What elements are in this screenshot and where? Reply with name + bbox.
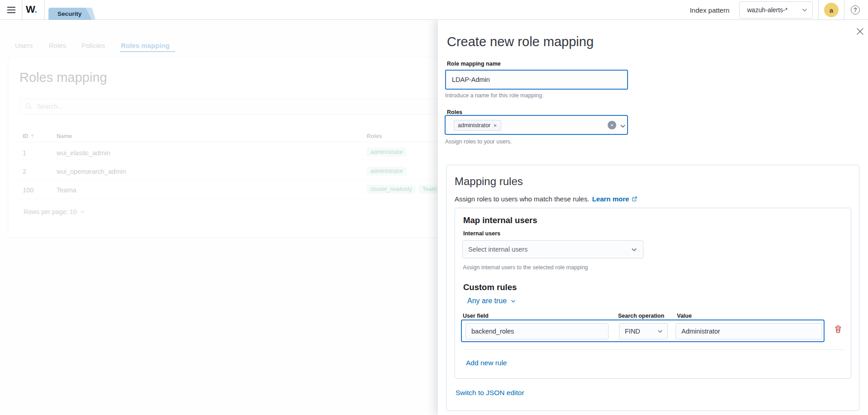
topbar-divider (44, 0, 45, 19)
rules-editor-panel: Map internal users Internal users Select… (455, 208, 851, 379)
learn-more-link[interactable]: Learn more (592, 195, 629, 203)
role-mapping-name-label: Role mapping name (447, 61, 501, 67)
role-mapping-name-input[interactable] (445, 70, 628, 90)
index-pattern-select[interactable]: wazuh-alerts-* (739, 1, 813, 19)
user-avatar[interactable]: a (824, 3, 839, 17)
mapping-rules-description: Assign roles to users who match these ru… (455, 195, 590, 203)
internal-users-label: Internal users (463, 230, 500, 237)
chevron-down-icon (801, 7, 808, 13)
search-operation-select[interactable]: FIND (619, 323, 668, 339)
topbar-divider (844, 0, 844, 19)
map-internal-users-title: Map internal users (463, 215, 537, 225)
topbar-divider (818, 0, 819, 19)
remove-role-icon[interactable]: ✕ (493, 123, 497, 128)
selected-role-chip[interactable]: administrator ✕ (454, 120, 501, 131)
rule-condition-dropdown[interactable]: Any are true (467, 297, 516, 305)
chevron-down-icon (657, 328, 663, 334)
security-tab-label: Security (58, 10, 82, 17)
topbar-divider (22, 0, 22, 19)
chevron-down-icon (510, 298, 516, 304)
chevron-down-icon (631, 246, 638, 253)
value-input[interactable] (676, 323, 822, 339)
help-icon[interactable]: ? (851, 5, 860, 14)
external-link-icon (632, 196, 638, 202)
clear-all-roles-icon[interactable]: ✕ (608, 121, 616, 129)
roles-help: Assign roles to your users. (445, 138, 512, 145)
delete-rule-icon[interactable] (834, 325, 842, 335)
wazuh-logo[interactable]: W. (26, 4, 37, 15)
custom-rules-title: Custom rules (463, 282, 517, 292)
app-screen: W. Security Index pattern wazuh-alerts-*… (0, 0, 868, 415)
top-navigation-bar: W. Security Index pattern wazuh-alerts-*… (0, 0, 868, 20)
internal-users-placeholder: Select internal users (468, 246, 631, 253)
rules-divider (463, 349, 844, 350)
switch-to-json-editor-link[interactable]: Switch to JSON editor (456, 389, 524, 397)
user-field-label: User field (463, 313, 489, 319)
role-mapping-name-help: Introduce a name for this role mapping. (445, 92, 543, 99)
mapping-rules-title: Mapping rules (455, 175, 523, 188)
security-app-tab[interactable]: Security (48, 8, 98, 20)
mapping-rules-panel: Mapping rules Assign roles to users who … (446, 165, 859, 411)
selected-role-chip-label: administrator (458, 122, 490, 129)
add-new-rule-link[interactable]: Add new rule (466, 359, 507, 367)
custom-rule-row: FIND (461, 320, 825, 342)
roles-combo-box[interactable]: administrator ✕ ✕ (445, 115, 628, 135)
create-role-mapping-flyout: Create new role mapping Role mapping nam… (438, 20, 868, 415)
index-pattern-label: Index pattern (690, 6, 729, 14)
chevron-down-icon[interactable] (619, 123, 626, 129)
internal-users-help: Assign internal users to the selected ro… (463, 264, 588, 271)
search-operation-label: Search operation (618, 313, 664, 319)
user-field-input[interactable] (465, 323, 609, 339)
flyout-title: Create new role mapping (447, 34, 594, 49)
value-label: Value (677, 313, 692, 319)
internal-users-select[interactable]: Select internal users (462, 240, 643, 258)
roles-label: Roles (447, 109, 462, 115)
menu-icon[interactable] (6, 5, 17, 15)
index-pattern-value: wazuh-alerts-* (747, 6, 801, 14)
close-icon[interactable] (855, 26, 865, 36)
